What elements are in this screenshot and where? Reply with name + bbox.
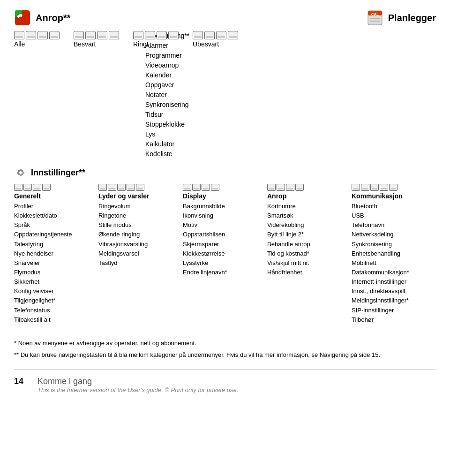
key-l-2 xyxy=(108,184,116,191)
key-ubesvart-4 xyxy=(228,31,238,39)
anrop-list: Kortnumre Smartsøk Viderekobling Bytt ti… xyxy=(267,202,347,277)
generelt-item-0[interactable]: Profiler xyxy=(14,202,94,211)
komm-item-6[interactable]: Mobilnett xyxy=(352,258,431,268)
generelt-item-7[interactable]: Flymodus xyxy=(14,268,94,277)
display-item-1[interactable]: Ikonvisning xyxy=(183,211,262,220)
anrop-item-7[interactable]: Håndfrienhet xyxy=(267,268,347,277)
key-a-2 xyxy=(277,184,285,191)
display-item-4[interactable]: Skjermsparer xyxy=(183,240,262,249)
key-besvart-4 xyxy=(109,31,119,39)
generelt-item-3[interactable]: Oppdateringstjeneste xyxy=(14,230,94,239)
key-l-3 xyxy=(117,184,126,191)
komm-item-2[interactable]: Telefonnavn xyxy=(352,220,431,230)
key-besvart-3 xyxy=(97,31,107,39)
planner-item-0[interactable]: Filbehandling** xyxy=(145,31,436,41)
komm-item-12[interactable]: Tilbehør xyxy=(352,315,431,325)
anrop-item-2[interactable]: Viderekobling xyxy=(267,220,347,230)
display-item-3[interactable]: Oppstartshilsen xyxy=(183,230,262,239)
generelt-item-9[interactable]: Konfig.veiviser xyxy=(14,287,94,296)
display-item-7[interactable]: Endre linjenavn* xyxy=(183,268,262,277)
komm-item-8[interactable]: Internett-innstillinger xyxy=(352,277,431,287)
app-title: Anrop** xyxy=(36,13,70,23)
lyder-item-3[interactable]: Økende ringing xyxy=(98,230,178,239)
planner-item-8[interactable]: Tidsur xyxy=(145,110,436,120)
generelt-item-2[interactable]: Språk xyxy=(14,220,94,230)
komm-item-1[interactable]: USB xyxy=(352,211,431,220)
display-item-0[interactable]: Bakgrunnsbilde xyxy=(183,202,262,211)
display-item-2[interactable]: Motiv xyxy=(183,220,262,230)
planner-item-11[interactable]: Kalkulator xyxy=(145,139,436,149)
komm-item-3[interactable]: Nettverksdeling xyxy=(352,230,431,239)
anrop-tabs xyxy=(267,184,347,191)
anrop-item-0[interactable]: Kortnumre xyxy=(267,202,347,211)
komm-item-4[interactable]: Synkronisering xyxy=(352,240,431,249)
tab-group-besvart: Besvart xyxy=(74,31,119,48)
komm-item-0[interactable]: Bluetooth xyxy=(352,202,431,211)
settings-column-lyder: Lyder og varsler Ringevolum Ringetone St… xyxy=(98,184,183,325)
key-d-1 xyxy=(183,184,191,191)
generelt-item-11[interactable]: Telefonstatus xyxy=(14,306,94,315)
page-footer: 14 Komme i gang This is the Internet ver… xyxy=(14,377,436,393)
lyder-item-1[interactable]: Ringetone xyxy=(98,211,178,220)
planner-item-12[interactable]: Kodeliste xyxy=(145,149,436,159)
tab-label-besvart[interactable]: Besvart xyxy=(74,40,96,48)
planner-item-7[interactable]: Synkronisering xyxy=(145,100,436,110)
anrop-item-3[interactable]: Bytt til linje 2* xyxy=(267,230,347,239)
planner-item-10[interactable]: Lys xyxy=(145,129,436,139)
tab-icons-besvart xyxy=(74,31,119,39)
key-a-1 xyxy=(267,184,276,191)
tab-icons-alle xyxy=(14,31,60,39)
lyder-item-6[interactable]: Tastlyd xyxy=(98,258,178,268)
lyder-item-2[interactable]: Stille modus xyxy=(98,220,178,230)
svg-rect-10 xyxy=(20,169,22,171)
display-list: Bakgrunnsbilde Ikonvisning Motiv Oppstar… xyxy=(183,202,262,277)
komm-item-7[interactable]: Datakommunikasjon* xyxy=(352,268,431,277)
anrop-item-1[interactable]: Smartsøk xyxy=(267,211,347,220)
komm-item-5[interactable]: Enhetsbehandling xyxy=(352,249,431,258)
page-section-title: Komme i gang xyxy=(38,377,436,386)
key-ringt-1 xyxy=(133,31,143,39)
display-tabs xyxy=(183,184,262,191)
settings-title: Innstillinger** xyxy=(31,168,85,178)
footnote-0: * Noen av menyene er avhengige av operat… xyxy=(14,339,436,348)
anrop-item-6[interactable]: Vis/skjul mitt nr. xyxy=(267,258,347,268)
lyder-item-5[interactable]: Meldingsvarsel xyxy=(98,249,178,258)
komm-tabs xyxy=(352,184,431,191)
left-panel: Alle Besvart Ringt xyxy=(14,31,145,159)
settings-section: Innstillinger** Generelt Profiler Klokke… xyxy=(14,166,436,325)
planner-item-4[interactable]: Kalender xyxy=(145,70,436,80)
planner-item-2[interactable]: Programmer xyxy=(145,51,436,60)
planner-item-9[interactable]: Stoppeklokke xyxy=(145,120,436,129)
komm-item-10[interactable]: Meldingsinnstillinger* xyxy=(352,296,431,305)
generelt-item-4[interactable]: Talestyring xyxy=(14,240,94,249)
key-k-2 xyxy=(361,184,369,191)
anrop-item-4[interactable]: Behandle anrop xyxy=(267,240,347,249)
display-item-6[interactable]: Lysstyrke xyxy=(183,258,262,268)
planner-item-5[interactable]: Oppgaver xyxy=(145,80,436,90)
display-item-5[interactable]: Klokkestørrelse xyxy=(183,249,262,258)
key-besvart-2 xyxy=(85,31,96,39)
tab-label-alle[interactable]: Alle xyxy=(14,40,25,48)
tab-group-alle: Alle xyxy=(14,31,60,48)
key-g-3 xyxy=(33,184,41,191)
key-g-1 xyxy=(14,184,22,191)
generelt-item-5[interactable]: Nye hendelser xyxy=(14,249,94,258)
planner-item-6[interactable]: Notater xyxy=(145,90,436,100)
generelt-item-1[interactable]: Klokkeslett/dato xyxy=(14,211,94,220)
komm-item-9[interactable]: Innst., direkteavspill. xyxy=(352,287,431,296)
key-ubesvart-1 xyxy=(193,31,203,39)
settings-icon xyxy=(14,166,27,179)
lyder-item-4[interactable]: Vibrasjonsvarsling xyxy=(98,240,178,249)
anrop-item-5[interactable]: Tid og kostnad* xyxy=(267,249,347,258)
key-d-3 xyxy=(202,184,210,191)
komm-item-11[interactable]: SIP-innstillinger xyxy=(352,306,431,315)
generelt-item-10[interactable]: Tilgjengelighet* xyxy=(14,296,94,305)
planner-item-3[interactable]: Videoanrop xyxy=(145,60,436,70)
anrop-header: Anrop xyxy=(267,192,347,200)
lyder-item-0[interactable]: Ringevolum xyxy=(98,202,178,211)
komm-header: Kommunikasjon xyxy=(352,192,431,200)
generelt-item-8[interactable]: Sikkerhet xyxy=(14,277,94,287)
generelt-item-12[interactable]: Tilbakestill alt xyxy=(14,315,94,325)
planner-item-1[interactable]: Alarmer xyxy=(145,41,436,51)
generelt-item-6[interactable]: Snarveier xyxy=(14,258,94,268)
